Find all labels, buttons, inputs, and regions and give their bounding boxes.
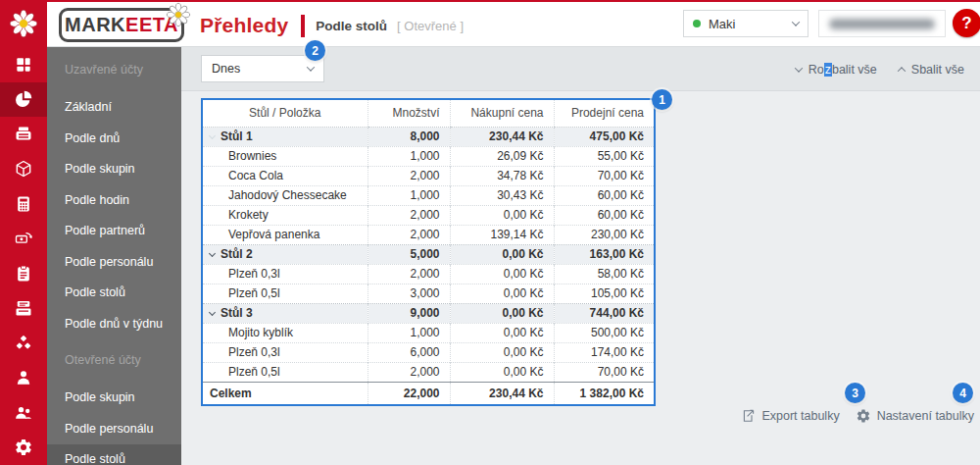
table-row: Vepřová panenka 2,000139,14 Kč230,00 Kč [203,225,654,244]
table-row: Coca Cola 2,00034,78 Kč70,00 Kč [203,166,654,185]
sidebar-item-podle-dnu[interactable]: Podle dnů [47,124,181,155]
logo-text: MARKEETA [65,14,178,36]
annotation-badge-1: 1 [652,89,672,110]
table-group-row[interactable]: Stůl 3 9,0000,00 Kč744,00 Kč [203,303,654,323]
annotation-badge-4: 4 [953,383,973,403]
table-row: Brownies 1,00026,09 Kč55,00 Kč [203,146,654,166]
export-table-label: Export tabulky [761,409,839,423]
col-header-sale-price: Prodejní cena [554,100,654,127]
account-dropdown[interactable]: Maki [683,10,808,37]
table-header-row: Stůl / Položka Množství Nákupní cena Pro… [203,100,654,127]
clipboard-icon[interactable] [0,256,47,291]
sidebar-item-zakladni[interactable]: Základní [47,92,181,124]
sidebar-item-podle-dnu-v-tydnu[interactable]: Podle dnů v týdnu [47,309,181,340]
table-group-row[interactable]: Stůl 2 5,0000,00 Kč163,00 Kč [203,244,654,264]
app-daisy-icon[interactable] [0,0,47,47]
pie-chart-icon[interactable] [0,82,47,118]
sidebar-item-open-podle-stolu[interactable]: Podle stolů [47,444,181,465]
money-transfer-icon[interactable] [0,222,47,257]
collapse-chevron-icon[interactable] [209,250,216,257]
date-filter-value: Dnes [212,62,308,76]
title-divider [301,15,305,37]
collapse-all-label: Sbalit vše [911,63,964,77]
main-content: Dnes Rozbalit vše Sbalit vše Stůl / Polo… [181,47,980,465]
table-row: Mojito kyblík 1,0000,00 Kč500,00 Kč [203,323,654,342]
table-row: Plzeň 0,5l 3,0000,00 Kč105,00 Kč [203,284,654,303]
table-row: Jahodový Chessecake 1,00030,43 Kč60,00 K… [203,185,654,205]
calculator-icon[interactable] [0,186,47,222]
sidebar-item-podle-hodin[interactable]: Podle hodin [47,185,181,217]
sidebar-submenu: Uzavřené účty Základní Podle dnů Podle s… [47,47,181,465]
icon-rail [0,0,47,465]
col-header-item: Stůl / Položka [203,100,368,127]
redacted-text [829,19,935,29]
cash-register-icon[interactable] [0,291,47,327]
gear-icon [856,408,871,424]
table-total-row: Celkem 22,000230,44 Kč1 382,00 Kč [203,382,654,404]
table-row: Plzeň 0,3l 2,0000,00 Kč58,00 Kč [203,264,654,284]
markeeta-logo: MARKEETA [59,8,184,42]
status-dot-icon [693,20,701,27]
sidebar-item-podle-partneru[interactable]: Podle partnerů [47,216,181,247]
date-filter-dropdown[interactable]: Dnes [201,55,324,82]
daisy-icon [166,2,191,31]
app-window: MARKEETA Přehle [0,0,980,465]
annotation-badge-2: 2 [305,40,325,61]
sidebar-item-open-podle-skupin[interactable]: Podle skupin [47,383,181,414]
table-row: Plzeň 0,3l 6,0000,00 Kč174,00 Kč [203,342,654,362]
section-header-closed-accounts: Uzavřené účty [47,55,181,84]
export-icon [740,408,756,424]
sidebar-item-podle-skupin[interactable]: Podle skupin [47,154,181,185]
annotation-badge-3: 3 [845,383,865,403]
sidebar-item-open-podle-personalu[interactable]: Podle personálu [47,414,181,445]
page-title: Přehledy [200,14,288,37]
chevron-down-icon [792,18,800,26]
collapse-all-link[interactable]: Sbalit vše [899,63,964,77]
help-button[interactable]: ? [953,9,980,37]
table-settings-label: Nastavení tabulky [877,409,974,423]
table-row: Plzeň 0,5l 2,0000,00 Kč70,00 Kč [203,362,654,382]
package-icon[interactable] [0,152,47,187]
table-settings-link[interactable]: Nastavení tabulky [856,408,974,424]
gear-icon[interactable] [0,431,47,465]
filter-toolbar: Dnes Rozbalit vše Sbalit vše [181,47,980,91]
export-table-link[interactable]: Export tabulky [740,408,839,424]
table-row: Krokety 2,0000,00 Kč60,00 Kč [203,205,654,225]
account-email-field [818,10,946,37]
chevron-up-icon [898,67,906,75]
col-header-quantity: Množství [368,100,450,127]
people-icon[interactable] [0,395,47,431]
chevron-down-icon [794,64,802,72]
expand-all-link[interactable]: Rozbalit vše [796,63,877,77]
top-bar: MARKEETA Přehle [47,0,980,47]
sidebar-item-podle-personalu[interactable]: Podle personálu [47,247,181,279]
collapse-chevron-icon[interactable] [209,132,216,139]
col-header-purchase-price: Nákupní cena [450,100,554,127]
expand-all-label: Rozbalit vše [808,63,877,77]
dashboard-icon[interactable] [0,47,47,82]
person-icon[interactable] [0,361,47,396]
breadcrumb: Podle stolů [316,19,387,33]
printer-icon[interactable] [0,117,47,152]
breadcrumb-alt[interactable]: [ Otevřené ] [397,19,464,33]
sidebar-item-podle-stolu[interactable]: Podle stolů [47,278,181,309]
collapse-chevron-icon[interactable] [209,309,216,316]
account-name: Maki [709,17,793,31]
cubes-icon[interactable] [0,326,47,361]
table-group-row[interactable]: Stůl 1 8,000230,44 Kč475,00 Kč [203,127,654,146]
chevron-down-icon [307,63,315,71]
section-header-open-accounts: Otevřené účty [47,345,181,375]
report-table: Stůl / Položka Množství Nákupní cena Pro… [201,98,656,406]
